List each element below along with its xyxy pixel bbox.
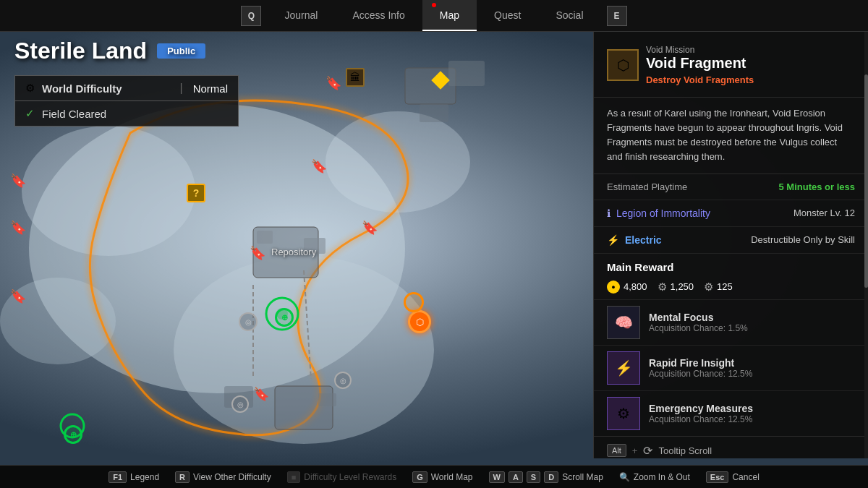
panel-footer: Alt + ⟳ Tooltip Scroll — [594, 436, 868, 458]
reward-item-3: ⚙ Emergency Measures Acquisition Chance:… — [594, 390, 868, 436]
mission-type-row: ⬡ Void Mission Void Fragment Destroy Voi… — [607, 45, 855, 85]
tab-access-info[interactable]: Access Info — [335, 0, 422, 31]
mission-action-text: Destroy Void Fragments — [646, 74, 754, 85]
scroll-icon: ⟳ — [643, 444, 652, 458]
reward-chance-3: Acquisition Chance: 12.5% — [649, 414, 753, 424]
gear-icon-1: ⚙ — [658, 281, 667, 294]
field-cleared-label: Field Cleared — [42, 108, 106, 120]
svg-rect-15 — [420, 104, 448, 122]
wasd-d-key: D — [544, 471, 558, 483]
map-location-repository: Repository — [271, 247, 316, 257]
map-marker-mission-active[interactable]: ⬡ — [408, 310, 431, 333]
mission-title-text: Void Fragment — [646, 55, 754, 72]
reward-info-2: Rapid Fire Insight Acquisition Chance: 1… — [649, 357, 752, 379]
bottom-scroll-map[interactable]: W A S D Scroll Map — [489, 471, 603, 483]
reward-item-2: ⚡ Rapid Fire Insight Acquisition Chance:… — [594, 345, 868, 390]
svg-rect-14 — [448, 61, 485, 86]
check-icon: ✓ — [25, 107, 35, 120]
difficulty-row[interactable]: ⚙ World Difficulty | Normal — [14, 75, 239, 101]
reward-icon-1: 🧠 — [615, 314, 633, 331]
currency-gear-2: ⚙ 125 — [704, 281, 733, 294]
tab-quest[interactable]: Quest — [477, 0, 538, 31]
mission-type-icon: ⬡ — [617, 56, 629, 74]
faction-row: ℹ Legion of Immortality Monster Lv. 12 — [594, 200, 868, 227]
gear-icon-2: ⚙ — [704, 281, 713, 294]
tab-map[interactable]: Map — [422, 0, 477, 31]
reward-icon-2: ⚡ — [615, 359, 633, 377]
map-marker-bookmark-8[interactable]: 🔖 — [311, 158, 327, 174]
zoom-icon: 🔍 — [619, 472, 630, 482]
map-marker-bookmark-3[interactable]: 🔖 — [10, 220, 26, 236]
nav-key-e[interactable]: E — [607, 6, 627, 26]
bottom-zoom[interactable]: 🔍 Zoom In & Out — [619, 472, 690, 482]
map-marker-green-1[interactable]: ⊕ — [275, 308, 294, 327]
panel-scrollbar[interactable] — [864, 32, 868, 458]
bottom-difficulty-rewards: ■ Difficulty Level Rewards — [287, 471, 396, 483]
world-name-text: Sterile Land — [14, 38, 147, 64]
map-marker-building-top[interactable]: 🏛 — [346, 68, 365, 87]
reward-info-3: Emergency Measures Acquisition Chance: 1… — [649, 403, 753, 424]
difficulty-rewards-key: ■ — [287, 471, 301, 483]
map-marker-green-2[interactable]: ⊕ — [64, 425, 82, 444]
reward-name-1: Mental Focus — [649, 312, 748, 323]
bottom-view-difficulty[interactable]: R View Other Difficulty — [175, 471, 271, 483]
gear-value-1: 1,250 — [671, 281, 694, 292]
reward-info-1: Mental Focus Acquisition Chance: 1.5% — [649, 312, 748, 333]
mission-marker-icon: ⬡ — [416, 317, 424, 328]
world-title-area: Sterile Land Public — [14, 38, 205, 64]
estimated-playtime-row: Estimated Playtime 5 Minutes or less — [594, 174, 868, 200]
map-marker-bookmark-2[interactable]: 🔖 — [10, 173, 26, 189]
reward-icon-box-2: ⚡ — [607, 351, 640, 385]
reward-name-3: Emergency Measures — [649, 403, 753, 414]
reward-icon-box-1: 🧠 — [607, 306, 640, 339]
mission-icon-box: ⬡ — [607, 49, 639, 81]
svg-rect-6 — [275, 386, 333, 429]
legend-key: F1 — [109, 471, 127, 483]
map-marker-bookmark-4[interactable]: 🔖 — [10, 288, 26, 304]
element-description: Destructible Only by Skill — [751, 234, 855, 245]
legend-label: Legend — [130, 472, 159, 482]
difficulty-icon: ⚙ — [25, 82, 35, 95]
map-marker-circular-3[interactable]: ◎ — [334, 372, 352, 389]
mission-type-text: Void Mission — [646, 45, 754, 55]
main-reward-header: Main Reward — [594, 254, 868, 278]
svg-rect-9 — [257, 231, 273, 244]
world-map-label: World Map — [431, 472, 473, 482]
map-marker-circular-2[interactable]: ◎ — [231, 395, 249, 413]
playtime-label: Estimated Playtime — [607, 181, 687, 192]
mission-side-panel: ⬡ Void Mission Void Fragment Destroy Voi… — [593, 32, 868, 458]
bottom-legend[interactable]: F1 Legend — [109, 471, 159, 483]
svg-point-1 — [22, 126, 195, 256]
reward-icon-3: ⚙ — [617, 405, 630, 422]
map-marker-circular-1[interactable]: ◎ — [239, 312, 258, 331]
map-marker-bookmark-1[interactable]: 🔖 — [326, 75, 341, 91]
gold-value: 4,800 — [624, 281, 647, 292]
playtime-value: 5 Minutes or less — [779, 181, 855, 192]
map-marker-bookmark-5[interactable]: 🔖 — [250, 245, 265, 261]
gear-value-2: 125 — [717, 281, 733, 292]
tooltip-plus: + — [632, 445, 638, 456]
bottom-cancel[interactable]: Esc Cancel — [706, 471, 760, 483]
public-badge: Public — [157, 43, 205, 59]
svg-point-3 — [326, 111, 470, 213]
mission-title-group: Void Mission Void Fragment Destroy Void … — [646, 45, 754, 85]
difficulty-rewards-label: Difficulty Level Rewards — [304, 472, 396, 482]
currency-row: ● 4,800 ⚙ 1,250 ⚙ 125 — [594, 278, 868, 299]
reward-icon-box-3: ⚙ — [607, 397, 640, 430]
map-marker-bookmark-6[interactable]: 🔖 — [253, 386, 269, 402]
map-marker-bookmark-7[interactable]: 🔖 — [362, 220, 378, 236]
difficulty-label: World Difficulty — [42, 82, 170, 95]
bottom-world-map[interactable]: G World Map — [412, 471, 472, 483]
currency-gear-1: ⚙ 1,250 — [658, 281, 694, 294]
element-icon: ⚡ — [607, 234, 619, 246]
map-marker-orange-circle[interactable] — [404, 292, 424, 312]
zoom-label: Zoom In & Out — [634, 472, 690, 482]
element-row: ⚡ Electric Destructible Only by Skill — [594, 227, 868, 254]
nav-key-q[interactable]: Q — [241, 6, 261, 26]
map-marker-question[interactable]: ? — [187, 184, 205, 202]
tab-journal[interactable]: Journal — [267, 0, 335, 31]
svg-rect-10 — [318, 393, 336, 406]
notification-dot — [432, 3, 436, 7]
panel-scrollbar-thumb[interactable] — [864, 74, 868, 288]
tab-social[interactable]: Social — [538, 0, 600, 31]
